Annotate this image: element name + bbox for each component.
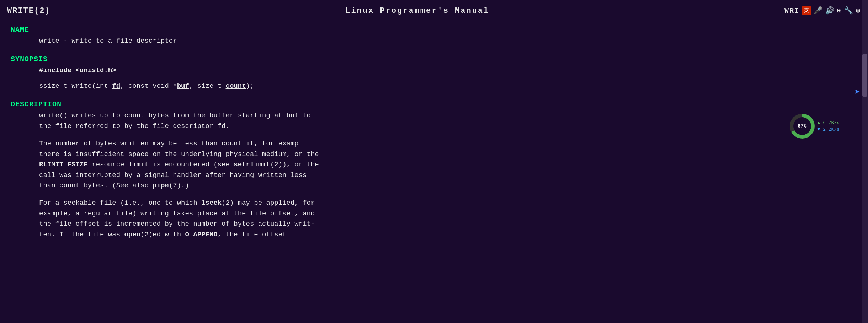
- desc2-line1: The number of bytes written may be less …: [39, 139, 857, 149]
- desc-para-3: For a seekable file (i.e., one to which …: [39, 198, 857, 240]
- man-page-title-left: WRITE(2): [7, 5, 50, 17]
- description-section-label: DESCRIPTION: [11, 99, 857, 110]
- sig-end: );: [246, 82, 254, 90]
- terminal-window: WRITE(2) Linux Programmer's Manual WRI 英…: [0, 0, 868, 249]
- desc2-setrlimit: setrlimit: [234, 161, 270, 168]
- desc3-lseek: lseek: [201, 199, 222, 207]
- desc-para-2: The number of bytes written may be less …: [39, 139, 857, 191]
- volume-icon[interactable]: 🔊: [825, 6, 835, 16]
- man-page-content: NAME write - write to a file descriptor …: [0, 18, 868, 246]
- desc-para-1: write() writes up to count bytes from th…: [39, 111, 857, 131]
- desc1-line1: write() writes up to count bytes from th…: [39, 111, 857, 121]
- desc2-before: The number of bytes written may be less …: [39, 140, 222, 147]
- scrollbar[interactable]: [862, 0, 868, 323]
- cpu-percent: 67%: [793, 117, 811, 135]
- desc3-open: open: [124, 231, 140, 238]
- scrollbar-thumb[interactable]: [862, 54, 867, 97]
- network-widget: 67% ▲ 6.7K/s ▼ 2.2K/s: [790, 114, 840, 139]
- grid-icon[interactable]: ⊞: [837, 6, 842, 16]
- sig-buf: buf: [177, 82, 189, 90]
- desc3-oappend: O_APPEND: [185, 231, 217, 238]
- desc1-before: write() writes up to: [39, 112, 124, 119]
- desc3-line4: ten. If the file was open(2)ed with O_AP…: [39, 230, 857, 240]
- desc2-count2: count: [59, 182, 80, 189]
- lang-badge[interactable]: 英: [802, 6, 811, 15]
- header-title-right: WRI: [784, 6, 799, 16]
- settings-icon[interactable]: 🔧: [844, 6, 854, 16]
- desc1-buf: buf: [287, 112, 299, 119]
- desc3-line2: example, a regular file) writing takes p…: [39, 209, 857, 219]
- close-icon[interactable]: ⊗: [856, 6, 861, 16]
- desc1-fd: fd: [218, 122, 226, 130]
- desc2-after: if, for exam: [242, 140, 294, 147]
- desc2-pipe: pipe: [153, 182, 169, 189]
- sig-before: ssize_t write(int: [39, 82, 112, 90]
- sig-fd: fd: [112, 82, 120, 90]
- desc2-line2: there is insufficient space on the under…: [39, 149, 857, 160]
- header-bar: WRITE(2) Linux Programmer's Manual WRI 英…: [0, 4, 868, 18]
- name-section-label: NAME: [11, 25, 857, 35]
- include-line: #include <unistd.h>: [39, 65, 857, 76]
- desc3-line1: For a seekable file (i.e., one to which …: [39, 198, 857, 208]
- sig-mid2: , size_t: [189, 82, 226, 90]
- desc2-count: count: [222, 140, 242, 147]
- header-right: WRI 英 🎤 🔊 ⊞ 🔧 ⊗: [784, 6, 861, 16]
- desc1-line2-text: the file referred to by the file descrip…: [39, 122, 218, 130]
- desc2-line4: call was interrupted by a signal handler…: [39, 170, 857, 181]
- cpu-gauge: 67%: [790, 114, 815, 139]
- desc2-overflow: p: [294, 140, 298, 147]
- desc1-count: count: [124, 112, 144, 119]
- mic-icon[interactable]: 🎤: [814, 6, 823, 16]
- desc2-line3: RLIMIT_FSIZE resource limit is encounter…: [39, 160, 857, 170]
- desc1-line2: the file referred to by the file descrip…: [39, 121, 857, 131]
- man-page-title-center: Linux Programmer's Manual: [345, 5, 489, 17]
- download-speed: ▼ 2.2K/s: [818, 126, 840, 133]
- desc2-rlimit: RLIMIT_FSIZE: [39, 161, 88, 168]
- upload-speed: ▲ 6.7K/s: [818, 119, 840, 126]
- sig-mid: , const void *: [120, 82, 177, 90]
- desc3-line3: the file offset is incremented by the nu…: [39, 219, 857, 229]
- desc2-line5: than count bytes. (See also pipe(7).): [39, 181, 857, 191]
- synopsis-block: #include <unistd.h> ssize_t write(int fd…: [39, 65, 857, 91]
- desc2-line3-mid: resource limit is encountered (see: [88, 161, 234, 168]
- sig-count: count: [226, 82, 246, 90]
- function-signature: ssize_t write(int fd, const void *buf, s…: [39, 81, 857, 91]
- synopsis-section-label: SYNOPSIS: [11, 54, 857, 65]
- desc1-to: to: [299, 112, 311, 119]
- desc1-dot: .: [226, 122, 230, 130]
- desc2-line3-end: (2)), or the: [270, 161, 319, 168]
- desc1-after: bytes from the buffer starting at: [144, 112, 286, 119]
- scroll-arrow[interactable]: ➤: [854, 85, 860, 100]
- name-text: write - write to a file descriptor: [11, 36, 857, 46]
- network-speeds: ▲ 6.7K/s ▼ 2.2K/s: [818, 119, 840, 133]
